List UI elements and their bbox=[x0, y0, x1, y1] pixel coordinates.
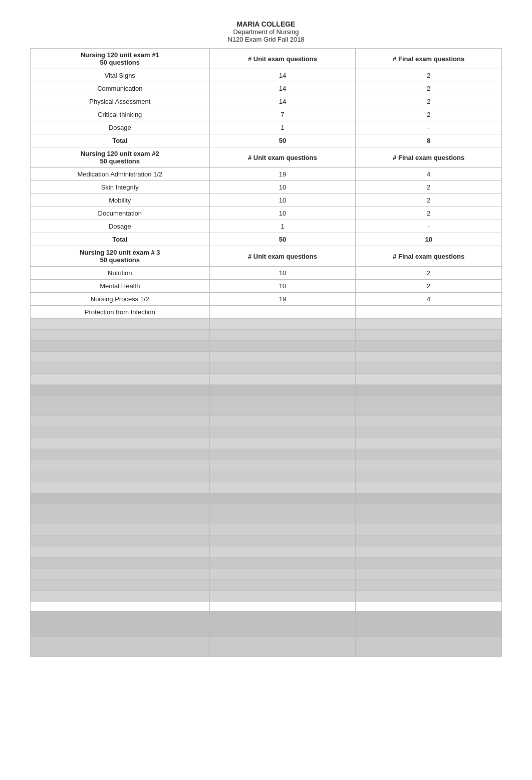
total-unit-2: 50 bbox=[209, 233, 356, 246]
final-documentation: 2 bbox=[356, 207, 502, 220]
blurred-row-2 bbox=[31, 330, 502, 341]
unit-vital-signs: 14 bbox=[209, 69, 356, 82]
topic-documentation: Documentation bbox=[31, 207, 210, 220]
total-final-2: 10 bbox=[356, 233, 502, 246]
topic-mental-health: Mental Health bbox=[31, 280, 210, 293]
blurred-row-16 bbox=[31, 535, 502, 546]
summary-blurred-detail bbox=[31, 637, 502, 657]
unit-mobility: 10 bbox=[209, 194, 356, 207]
table-row: Documentation 10 2 bbox=[31, 207, 502, 220]
exam2-title: Nursing 120 unit exam #2 50 questions bbox=[31, 147, 210, 168]
final-communication: 2 bbox=[356, 82, 502, 95]
topic-dosage-2: Dosage bbox=[31, 220, 210, 233]
table-row: Dosage 1 - bbox=[31, 121, 502, 134]
table-row: Nutrition 10 2 bbox=[31, 267, 502, 280]
exam1-total-row: Total 50 8 bbox=[31, 134, 502, 147]
unit-physical-assessment: 14 bbox=[209, 95, 356, 108]
exam3-header-row: Nursing 120 unit exam # 3 50 questions #… bbox=[31, 246, 502, 267]
blurred-row-4 bbox=[31, 352, 502, 363]
topic-critical-thinking: Critical thinking bbox=[31, 108, 210, 121]
summary-blurred-row bbox=[31, 612, 502, 637]
topic-med-admin: Medication Administration 1/2 bbox=[31, 168, 210, 181]
table-row: Protection from Infection bbox=[31, 306, 502, 319]
topic-protection-infection: Protection from Infection bbox=[31, 306, 210, 319]
spacer-row bbox=[31, 602, 502, 612]
unit-mental-health: 10 bbox=[209, 280, 356, 293]
topic-vital-signs: Vital Signs bbox=[31, 69, 210, 82]
exam4-blurred-header bbox=[31, 396, 502, 416]
final-dosage-1: - bbox=[356, 121, 502, 134]
topic-communication: Communication bbox=[31, 82, 210, 95]
blurred-row-12 bbox=[31, 471, 502, 482]
table-row: Mobility 10 2 bbox=[31, 194, 502, 207]
final-vital-signs: 2 bbox=[356, 69, 502, 82]
final-mental-health: 2 bbox=[356, 280, 502, 293]
blurred-row-20 bbox=[31, 579, 502, 591]
final-nursing-process: 4 bbox=[356, 293, 502, 306]
blurred-row-total bbox=[31, 385, 502, 396]
blurred-row-17 bbox=[31, 546, 502, 557]
unit-documentation: 10 bbox=[209, 207, 356, 220]
page-header: MARIA COLLEGE Department of Nursing N120… bbox=[30, 20, 502, 43]
unit-dosage-2: 1 bbox=[209, 220, 356, 233]
topic-mobility: Mobility bbox=[31, 194, 210, 207]
topic-nursing-process: Nursing Process 1/2 bbox=[31, 293, 210, 306]
unit-med-admin: 19 bbox=[209, 168, 356, 181]
college-name: MARIA COLLEGE bbox=[30, 20, 502, 28]
table-row: Physical Assessment 14 2 bbox=[31, 95, 502, 108]
blurred-row-13 bbox=[31, 482, 502, 493]
exam1-final-col-header: # Final exam questions bbox=[356, 49, 502, 69]
blurred-row-7 bbox=[31, 416, 502, 427]
exam1-unit-col-header: # Unit exam questions bbox=[209, 49, 356, 69]
unit-dosage-1: 1 bbox=[209, 121, 356, 134]
unit-communication: 14 bbox=[209, 82, 356, 95]
total-label-1: Total bbox=[31, 134, 210, 147]
exam2-header-row: Nursing 120 unit exam #2 50 questions # … bbox=[31, 147, 502, 168]
total-unit-1: 50 bbox=[209, 134, 356, 147]
exam-grid-table: Nursing 120 unit exam #1 50 questions # … bbox=[30, 48, 502, 657]
final-nutrition: 2 bbox=[356, 267, 502, 280]
blurred-row-19 bbox=[31, 568, 502, 579]
blurred-row-14 bbox=[31, 493, 502, 504]
blurred-row-18 bbox=[31, 557, 502, 568]
exam5-blurred-header bbox=[31, 504, 502, 524]
total-final-1: 8 bbox=[356, 134, 502, 147]
blurred-row-9 bbox=[31, 438, 502, 449]
exam1-title: Nursing 120 unit exam #1 50 questions bbox=[31, 49, 210, 69]
unit-skin-integrity: 10 bbox=[209, 181, 356, 194]
blurred-row-15 bbox=[31, 524, 502, 535]
table-row: Dosage 1 - bbox=[31, 220, 502, 233]
blurred-row-21 bbox=[31, 591, 502, 602]
blurred-row-11 bbox=[31, 460, 502, 471]
topic-physical-assessment: Physical Assessment bbox=[31, 95, 210, 108]
topic-dosage-1: Dosage bbox=[31, 121, 210, 134]
blurred-row-10 bbox=[31, 449, 502, 460]
topic-skin-integrity: Skin Integrity bbox=[31, 181, 210, 194]
exam3-unit-col-header: # Unit exam questions bbox=[209, 246, 356, 267]
final-dosage-2: - bbox=[356, 220, 502, 233]
final-skin-integrity: 2 bbox=[356, 181, 502, 194]
final-critical-thinking: 2 bbox=[356, 108, 502, 121]
department-name: Department of Nursing bbox=[30, 28, 502, 36]
final-med-admin: 4 bbox=[356, 168, 502, 181]
table-row: Critical thinking 7 2 bbox=[31, 108, 502, 121]
table-row: Communication 14 2 bbox=[31, 82, 502, 95]
table-row: Nursing Process 1/2 19 4 bbox=[31, 293, 502, 306]
unit-critical-thinking: 7 bbox=[209, 108, 356, 121]
blurred-row-3 bbox=[31, 341, 502, 352]
unit-nutrition: 10 bbox=[209, 267, 356, 280]
exam3-title: Nursing 120 unit exam # 3 50 questions bbox=[31, 246, 210, 267]
topic-nutrition: Nutrition bbox=[31, 267, 210, 280]
exam2-final-col-header: # Final exam questions bbox=[356, 147, 502, 168]
final-physical-assessment: 2 bbox=[356, 95, 502, 108]
table-row: Skin Integrity 10 2 bbox=[31, 181, 502, 194]
blurred-row-1 bbox=[31, 319, 502, 330]
final-mobility: 2 bbox=[356, 194, 502, 207]
blurred-row-8 bbox=[31, 427, 502, 438]
exam2-total-row: Total 50 10 bbox=[31, 233, 502, 246]
unit-protection-infection bbox=[209, 306, 356, 319]
total-label-2: Total bbox=[31, 233, 210, 246]
grid-title: N120 Exam Grid Fall 2018 bbox=[30, 36, 502, 43]
blurred-row-6 bbox=[31, 374, 502, 385]
table-row: Mental Health 10 2 bbox=[31, 280, 502, 293]
